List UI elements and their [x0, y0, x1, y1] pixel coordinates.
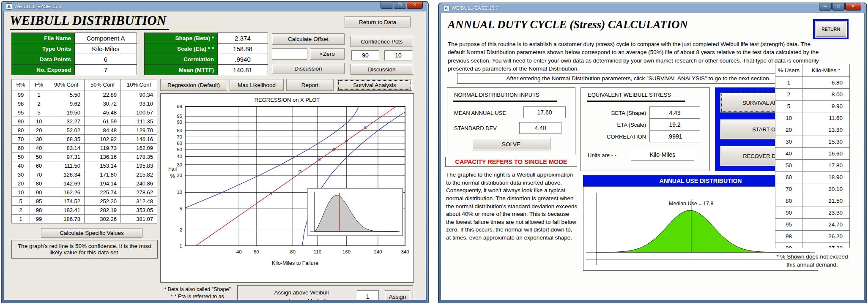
- row-value: 6: [75, 54, 137, 64]
- discussion-button-confidence[interactable]: Discussion: [350, 64, 413, 75]
- calculate-specific-values-button[interactable]: Calculate Specific Values: [41, 228, 142, 238]
- table-cell: 102.92: [85, 135, 121, 144]
- row-value: 2.374: [218, 33, 268, 43]
- close-icon[interactable]: ✕: [407, 2, 423, 9]
- table-cell: 50: [775, 160, 802, 172]
- column-header: R%: [12, 79, 30, 90]
- table-cell: 19.50: [48, 108, 85, 117]
- close-icon[interactable]: ✕: [845, 3, 861, 11]
- table-cell: 353.05: [121, 206, 157, 215]
- assign-text: Assign above Weibull parameters as Mode …: [253, 289, 350, 300]
- row-value: 158.88: [218, 44, 268, 54]
- table-cell: 68.35: [48, 135, 85, 144]
- tab-survival-analysis[interactable]: Survival Analysis: [337, 79, 412, 91]
- eta-input[interactable]: [649, 118, 700, 131]
- y-tick-label: 95: [177, 114, 182, 119]
- offset-input[interactable]: [272, 48, 307, 60]
- y-tick-label: 99: [177, 104, 182, 109]
- table-cell: 9.90: [802, 101, 850, 112]
- capacity-note: CAPACITY REFERS TO SINGLE MODE: [445, 157, 577, 167]
- confidence-pcts-button[interactable]: Confidence Pcts: [350, 36, 413, 47]
- minimize-icon[interactable]: —: [819, 3, 832, 11]
- tab-regression[interactable]: Regression (Default): [160, 79, 227, 91]
- tab-max-likelihood[interactable]: Max Likelihood: [230, 79, 284, 91]
- window-controls: — ▢ ✕: [380, 2, 423, 9]
- mode-number-input[interactable]: [357, 290, 379, 300]
- table-cell: 18.90: [802, 172, 850, 183]
- weibull-stress-panel: EQUIVALENT WEIBULL STRESS BETA (Shape) E…: [580, 87, 710, 171]
- correlation-input[interactable]: [649, 130, 700, 142]
- row-label: Data Points: [12, 54, 74, 64]
- return-button[interactable]: RETURN: [816, 22, 846, 37]
- table-cell: 10: [775, 112, 802, 124]
- table-cell: 171.80: [85, 170, 121, 179]
- units-label: Units are - -: [588, 152, 616, 158]
- maximize-icon[interactable]: ▢: [832, 3, 845, 11]
- panel-title: EQUIVALENT WEIBULL STRESS: [588, 92, 671, 98]
- standard-dev-input[interactable]: [519, 122, 561, 134]
- beta-eta-footnotes: * Beta is also called "Shape" * * Eta is…: [159, 286, 235, 300]
- discussion-button-offset[interactable]: Discussion: [272, 63, 345, 74]
- titlebar[interactable]: WEIBULL-EASE 15.0: [441, 3, 865, 13]
- panel-title: NORMAL DISTRIBUTION INPUTS: [454, 92, 539, 98]
- data-point-center: [319, 159, 320, 160]
- app-icon: [6, 3, 12, 10]
- table-cell: 5: [30, 108, 48, 117]
- table-cell: 302.26: [85, 215, 121, 223]
- table-cell: 5.50: [48, 90, 85, 99]
- tab-report[interactable]: Report: [286, 79, 334, 91]
- table-cell: 2: [12, 206, 30, 215]
- row-value: Component A: [75, 33, 137, 43]
- table-cell: 278.62: [121, 188, 157, 197]
- correlation-label: CORRELATION: [594, 133, 646, 140]
- table-cell: 2: [30, 99, 48, 108]
- x-tick-label: 240: [374, 249, 382, 254]
- table-row: 505097.31136.16178.35: [12, 152, 157, 161]
- table-row: 4060111.50153.14195.83: [12, 161, 157, 170]
- table-row: 9927.20: [775, 242, 850, 248]
- table-cell: 11.60: [802, 112, 850, 124]
- table-cell: 99: [12, 90, 30, 99]
- data-point-center: [346, 141, 347, 142]
- table-cell: 20: [12, 179, 30, 188]
- confidence-upper-input[interactable]: [351, 50, 379, 60]
- x-tick-label: 340: [401, 249, 409, 254]
- minimize-icon[interactable]: —: [381, 2, 393, 9]
- table-cell: 178.35: [121, 152, 157, 161]
- table-cell: 162.26: [48, 188, 85, 197]
- zero-button[interactable]: <Zero: [310, 48, 345, 60]
- table-cell: 40: [30, 144, 48, 152]
- table-cell: 95: [30, 197, 48, 206]
- normal-inputs-panel: NORMAL DISTRIBUTION INPUTS MEAN ANNUAL U…: [447, 87, 575, 154]
- titlebar[interactable]: WEIBULL-EASE 15.0: [3, 2, 426, 11]
- table-cell: 32.27: [48, 117, 85, 126]
- users-table: % UsersKilo-Miles *16.8028.0059.901011.6…: [775, 64, 850, 248]
- table-row: 6018.90: [775, 172, 850, 183]
- table-cell: 10: [12, 188, 30, 197]
- units-input[interactable]: [631, 149, 694, 161]
- instruction-banner: After entering the Normal Distribution p…: [457, 73, 820, 84]
- client-area: WEIBULL DISTRIBUTION Return to Data File…: [3, 11, 426, 300]
- table-cell: 70: [12, 135, 30, 144]
- page-title: ANNUAL DUTY CYCLE (Stress) CALCULATION: [448, 18, 688, 31]
- y-axis-label: %: [170, 173, 175, 179]
- solve-button[interactable]: SOLVE: [472, 138, 550, 150]
- row-value: Kilo-Miles: [75, 44, 137, 54]
- table-cell: 126.34: [48, 170, 85, 179]
- maximize-icon[interactable]: ▢: [394, 2, 406, 9]
- table-cell: 100.57: [121, 108, 157, 117]
- table-cell: 215.82: [121, 170, 157, 179]
- x-tick-label: 50: [254, 249, 259, 254]
- table-cell: 99: [775, 242, 802, 248]
- standard-dev-label: STANDARD DEV: [454, 125, 497, 131]
- confidence-lower-input[interactable]: [384, 50, 412, 60]
- plot-title: REGRESSION on X PLOT: [161, 97, 413, 103]
- median-label: Median Use = 17.8: [669, 201, 713, 207]
- table-cell: 146.16: [121, 135, 157, 144]
- calculate-offset-button[interactable]: Calculate Offset: [272, 33, 345, 45]
- assign-button[interactable]: Assign: [385, 290, 410, 300]
- beta-input[interactable]: [649, 106, 700, 119]
- return-to-data-button[interactable]: Return to Data: [345, 16, 411, 27]
- mean-annual-use-input[interactable]: [523, 106, 566, 118]
- users-footnote: * % Shown does not exceed this annual de…: [772, 253, 853, 269]
